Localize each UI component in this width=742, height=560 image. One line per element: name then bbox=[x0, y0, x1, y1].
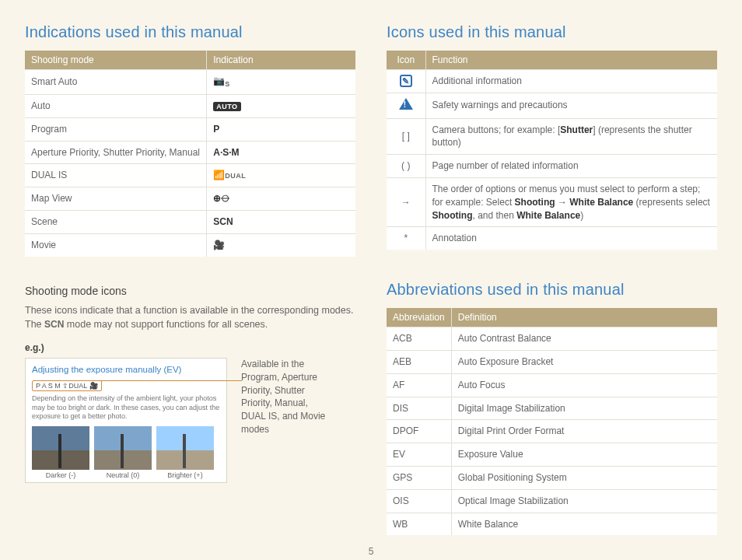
definition-cell: Auto Focus bbox=[451, 373, 717, 397]
abbreviation-cell: EV bbox=[387, 443, 451, 467]
example-row: Adjusting the exposure manually (EV) P A… bbox=[25, 358, 355, 483]
icon-cell: ✎ bbox=[387, 70, 425, 93]
indication-cell: P bbox=[207, 117, 355, 141]
definition-cell: White Balance bbox=[451, 513, 717, 535]
definition-cell: Exposure Value bbox=[451, 443, 717, 467]
th-icon: Icon bbox=[387, 51, 425, 70]
function-cell: Safety warnings and precautions bbox=[425, 93, 717, 118]
indication-cell: A·S·M bbox=[207, 141, 355, 164]
map-view-icon: ⊕⦵ bbox=[213, 193, 229, 204]
indication-cell: 🎥 bbox=[207, 233, 355, 256]
abbreviation-cell: AF bbox=[387, 373, 451, 397]
left-column: Indications used in this manual Shooting… bbox=[25, 23, 355, 535]
thumb-neutral: Neutral (0) bbox=[94, 426, 152, 479]
thumb-pic bbox=[32, 426, 89, 470]
indication-cell: AUTO bbox=[207, 94, 355, 117]
example-card-title: Adjusting the exposure manually (EV) bbox=[32, 365, 220, 374]
mode-cell: Scene bbox=[25, 210, 207, 233]
table-row: DUAL IS📶DUAL bbox=[25, 164, 355, 187]
right-column: Icons used in this manual Icon Function … bbox=[387, 23, 717, 535]
table-row: [ ]Camera buttons; for example: [Shutter… bbox=[387, 118, 717, 155]
icon-cell: ( ) bbox=[387, 155, 425, 178]
asm-icon: A·S·M bbox=[213, 147, 239, 158]
shooting-mode-icons-text: These icons indicate that a function is … bbox=[25, 303, 355, 332]
mode-strip: P A S M ⇪DUAL 🎥 bbox=[32, 380, 102, 391]
function-cell: The order of options or menus you must s… bbox=[425, 177, 717, 226]
smart-auto-icon: 📷S bbox=[213, 75, 229, 86]
table-row: Smart Auto📷S bbox=[25, 70, 355, 95]
definition-cell: Digital Print Order Format bbox=[451, 420, 717, 443]
table-row: Aperture Priority, Shutter Priority, Man… bbox=[25, 141, 355, 164]
function-cell: Additional information bbox=[425, 70, 717, 93]
thumb-pic bbox=[156, 426, 214, 470]
scn-inline-icon: SCN bbox=[44, 319, 64, 330]
abbreviation-cell: WB bbox=[387, 513, 451, 535]
mode-cell: DUAL IS bbox=[25, 164, 207, 187]
abbreviation-cell: DIS bbox=[387, 397, 451, 420]
mode-cell: Aperture Priority, Shutter Priority, Man… bbox=[25, 141, 207, 164]
function-cell: Camera buttons; for example: [Shutter] (… bbox=[425, 118, 717, 155]
icon-cell: → bbox=[387, 177, 425, 226]
symbol: * bbox=[404, 233, 408, 243]
mode-cell: Smart Auto bbox=[25, 70, 207, 95]
definition-cell: Global Positioning System bbox=[451, 466, 717, 489]
program-icon: P bbox=[213, 124, 219, 135]
indication-cell: ⊕⦵ bbox=[207, 187, 355, 211]
table-row: →The order of options or menus you must … bbox=[387, 177, 717, 226]
table-row: SceneSCN bbox=[25, 210, 355, 233]
table-row: *Annotation bbox=[387, 227, 717, 250]
definition-cell: Auto Contrast Balance bbox=[451, 327, 717, 351]
definition-cell: Optical Image Stabilization bbox=[451, 489, 717, 513]
table-header-row: Shooting mode Indication bbox=[25, 51, 355, 70]
abbreviation-cell: ACB bbox=[387, 327, 451, 351]
heading-icons: Icons used in this manual bbox=[387, 23, 717, 41]
indications-table: Shooting mode Indication Smart Auto📷SAut… bbox=[25, 51, 355, 257]
definition-cell: Auto Exposure Bracket bbox=[451, 350, 717, 373]
icons-table: Icon Function ✎Additional informationSaf… bbox=[387, 51, 717, 250]
table-row: WBWhite Balance bbox=[387, 513, 717, 535]
thumb-caption: Neutral (0) bbox=[107, 471, 140, 479]
subheading-shooting-mode-icons: Shooting mode icons bbox=[25, 285, 355, 297]
heading-indications: Indications used in this manual bbox=[25, 23, 355, 41]
table-row: AFAuto Focus bbox=[387, 373, 717, 397]
table-row: Map View⊕⦵ bbox=[25, 187, 355, 211]
text-part2: mode may not support functions for all s… bbox=[64, 319, 268, 330]
warning-icon bbox=[399, 98, 413, 110]
table-row: ✎Additional information bbox=[387, 70, 717, 93]
info-icon: ✎ bbox=[400, 75, 412, 87]
table-row: ( )Page number of related information bbox=[387, 155, 717, 178]
thumb-caption: Darker (-) bbox=[46, 471, 76, 479]
auto-icon: AUTO bbox=[213, 102, 240, 111]
mode-cell: Map View bbox=[25, 187, 207, 211]
example-card-desc: Depending on the intensity of the ambien… bbox=[32, 394, 220, 422]
symbol: ( ) bbox=[401, 160, 410, 171]
table-header-row: Icon Function bbox=[387, 51, 717, 70]
indication-cell: 📷S bbox=[207, 70, 355, 95]
example-callout-note: Available in the Program, Aperture Prior… bbox=[241, 358, 334, 436]
dual-is-icon: 📶DUAL bbox=[213, 170, 246, 180]
callout-leader-line bbox=[86, 380, 242, 381]
th-shooting-mode: Shooting mode bbox=[25, 51, 207, 70]
th-indication: Indication bbox=[207, 51, 355, 70]
icon-cell bbox=[387, 93, 425, 118]
icon-cell: * bbox=[387, 227, 425, 250]
eg-label: e.g.) bbox=[25, 342, 355, 353]
table-row: AutoAUTO bbox=[25, 94, 355, 117]
thumb-caption: Brighter (+) bbox=[167, 471, 202, 479]
thumb-brighter: Brighter (+) bbox=[156, 426, 214, 479]
table-header-row: Abbreviation Definition bbox=[387, 308, 717, 327]
example-thumbnails: Darker (-) Neutral (0) Brighter (+) bbox=[32, 426, 220, 479]
abbreviations-table: Abbreviation Definition ACBAuto Contrast… bbox=[387, 308, 717, 535]
mode-cell: Movie bbox=[25, 233, 207, 256]
function-cell: Page number of related information bbox=[425, 155, 717, 178]
table-row: ACBAuto Contrast Balance bbox=[387, 327, 717, 351]
th-function: Function bbox=[425, 51, 717, 70]
scene-icon: SCN bbox=[213, 216, 233, 227]
page-number: 5 bbox=[0, 546, 742, 557]
function-cell: Annotation bbox=[425, 227, 717, 250]
table-row: EVExposure Value bbox=[387, 443, 717, 467]
table-row: Safety warnings and precautions bbox=[387, 93, 717, 118]
indication-cell: SCN bbox=[207, 210, 355, 233]
table-row: DISDigital Image Stabilization bbox=[387, 397, 717, 420]
thumb-darker: Darker (-) bbox=[32, 426, 89, 479]
